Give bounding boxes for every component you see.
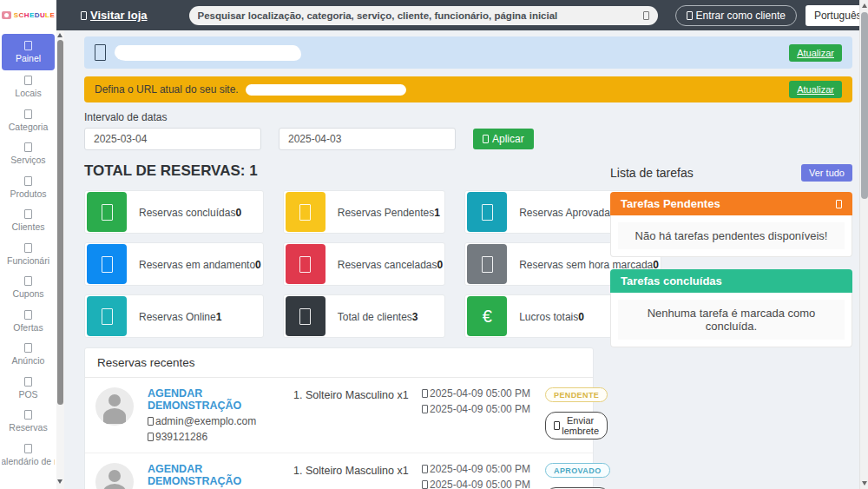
stat-card-andamento[interactable]: Reservas em andamento0	[84, 242, 264, 286]
completed-bookings-icon	[87, 192, 127, 232]
sidebar-item-label: Cupons	[12, 288, 43, 299]
service-name: 1. Solteiro Masculino x1	[293, 387, 422, 443]
sidebar-scrollbar-thumb[interactable]	[57, 40, 63, 405]
reservation-row: AGENDAR DEMONSTRAÇÃO admin@exemplo.com 9…	[85, 378, 593, 453]
sidebar-item-label: Ofertas	[13, 322, 43, 333]
sidebar-item-ofertas[interactable]: Ofertas	[2, 305, 55, 339]
customer-avatar	[95, 463, 134, 489]
app-logo[interactable]: SCHEDULE	[0, 0, 56, 30]
info-update-button[interactable]: Atualizar	[789, 44, 842, 62]
recent-reservations-card: Reservas recentes AGENDAR DEMONSTRAÇÃO a…	[84, 347, 594, 489]
pending-bookings-icon	[286, 192, 326, 232]
sidebar-item-locais[interactable]: Locais	[2, 70, 55, 104]
calendar-icon	[422, 465, 428, 473]
stat-card-online[interactable]: Reservas Online1	[84, 294, 264, 338]
scroll-down-icon[interactable]	[862, 481, 867, 486]
date-to-input[interactable]	[279, 128, 456, 150]
sidebar-item-label: Clientes	[12, 221, 45, 232]
sidebar-item-painel[interactable]: Painel	[2, 34, 55, 70]
sidebar-item-pos[interactable]: POS	[2, 372, 55, 406]
phone-icon	[148, 433, 154, 441]
send-reminder-button[interactable]: Enviar lembrete	[545, 412, 608, 439]
staff-icon	[24, 243, 32, 253]
services-icon	[24, 142, 32, 152]
stat-label: Total de clientes	[338, 311, 412, 323]
stat-value: 0	[235, 207, 241, 219]
customer-name-link[interactable]: AGENDAR DEMONSTRAÇÃO	[148, 387, 293, 412]
coupons-icon	[24, 276, 32, 286]
url-warning-text: Defina o URL atual do seu site.	[95, 83, 239, 96]
bookings-icon	[24, 410, 32, 420]
language-value: Português	[814, 10, 862, 22]
completed-tasks-title: Tarefas concluídas	[621, 274, 722, 287]
clock-icon	[422, 480, 428, 489]
location-icon	[24, 76, 32, 85]
sidebar-item-label: POS	[18, 389, 37, 400]
logo-text: SCHEDULE	[14, 11, 55, 19]
info-icon	[95, 44, 106, 61]
online-bookings-icon	[87, 296, 127, 336]
stat-label: Lucros totais	[519, 311, 578, 323]
info-banner: Atualizar	[84, 36, 852, 69]
sidebar-item-label: Painel	[16, 53, 41, 63]
sidebar-item-servicos[interactable]: Serviços	[2, 137, 55, 171]
apply-label: Aplicar	[492, 133, 524, 145]
stats-column: TOTAL DE RESERVAS: 1 Reservas concluídas…	[84, 157, 594, 489]
sidebar-scrollbar[interactable]	[56, 30, 64, 489]
apply-button[interactable]: Aplicar	[473, 129, 534, 149]
login-as-client-button[interactable]: Entrar como cliente	[675, 5, 797, 26]
sidebar-item-funcionarios[interactable]: Funcionári	[2, 238, 55, 272]
sidebar-nav: Painel Locais Categoria Serviços Produto…	[0, 30, 56, 489]
sidebar-item-label: Calendário de re	[2, 456, 55, 466]
visit-store-link[interactable]: Visitar loja	[81, 9, 148, 22]
customers-total-icon	[286, 296, 326, 336]
euro-icon: €	[467, 296, 507, 336]
inprogress-bookings-icon	[87, 244, 127, 284]
warning-update-button[interactable]: Atualizar	[789, 81, 842, 98]
stat-card-canceladas[interactable]: Reservas canceladas0	[283, 242, 445, 286]
page-scrollbar-thumb[interactable]	[861, 12, 868, 199]
sidebar-item-cupons[interactable]: Cupons	[2, 271, 55, 305]
sidebar-item-label: Serviços	[10, 155, 45, 165]
stat-value: 0	[578, 311, 584, 323]
stat-cards-grid: Reservas concluídas0 Reservas Pendentes1…	[84, 190, 594, 338]
customer-name-link[interactable]: AGENDAR DEMONSTRAÇÃO	[148, 463, 293, 487]
scroll-up-icon[interactable]	[862, 3, 867, 8]
stat-label: Reservas concluídas	[139, 207, 235, 219]
pos-icon	[24, 377, 32, 387]
stat-card-concluidas[interactable]: Reservas concluídas0	[84, 190, 264, 234]
main-content: Atualizar Defina o URL atual do seu site…	[64, 30, 868, 489]
offers-icon	[24, 310, 32, 320]
sidebar-item-categoria[interactable]: Categoria	[2, 104, 55, 138]
sidebar-item-label: Anúncio	[12, 355, 45, 366]
sidebar-item-calendario[interactable]: Calendário de re	[2, 439, 55, 472]
bell-icon	[554, 421, 560, 430]
redacted-text	[115, 45, 301, 61]
calendar-icon	[422, 389, 428, 398]
customer-email: admin@exemplo.com	[148, 415, 293, 427]
stat-card-clientes[interactable]: Total de clientes3	[283, 294, 445, 338]
url-warning-banner: Defina o URL atual do seu site. Atualiza…	[84, 76, 852, 102]
scroll-down-icon[interactable]	[57, 479, 62, 484]
sidebar-item-label: Categoria	[9, 122, 49, 132]
view-all-button[interactable]: Ver tudo	[801, 164, 852, 182]
sidebar-item-label: Reservas	[9, 422, 47, 433]
unscheduled-bookings-icon	[467, 244, 507, 284]
login-as-client-label: Entrar como cliente	[696, 10, 786, 22]
scroll-up-icon[interactable]	[57, 33, 62, 37]
sidebar-item-clientes[interactable]: Clientes	[2, 204, 55, 238]
page-scrollbar[interactable]	[859, 0, 868, 489]
completed-tasks-empty-message: Nenhuma tarefa é marcada como concluída.	[618, 300, 845, 340]
stat-card-pendentes[interactable]: Reservas Pendentes1	[283, 190, 445, 234]
search-input[interactable]	[198, 10, 643, 21]
collapse-icon[interactable]	[836, 200, 842, 208]
search-icon[interactable]	[643, 11, 649, 20]
start-datetime: 2025-04-09 05:00 PM	[422, 463, 533, 475]
sidebar-item-reservas[interactable]: Reservas	[2, 405, 55, 439]
sidebar-item-anuncio[interactable]: Anúncio	[2, 338, 55, 372]
sidebar-item-label: Locais	[15, 88, 41, 98]
sidebar-item-produtos[interactable]: Produtos	[2, 171, 55, 205]
date-from-input[interactable]	[84, 128, 261, 150]
sidebar-item-label: Funcionári	[7, 255, 49, 266]
stat-label: Reservas Pendentes	[338, 207, 434, 219]
